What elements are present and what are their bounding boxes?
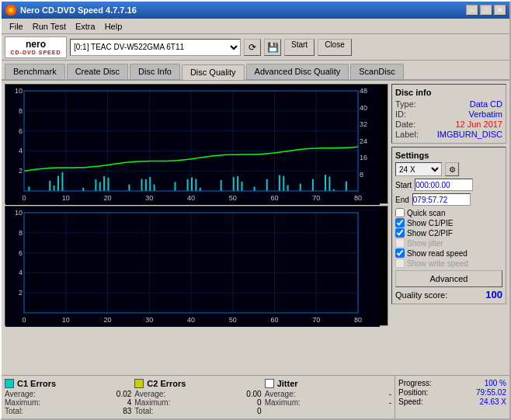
top-chart: [5, 84, 388, 204]
show-write-speed-row: Show write speed: [395, 259, 502, 268]
jitter-avg-value: -: [368, 390, 391, 398]
show-jitter-row: Show jitter: [395, 238, 502, 248]
quality-score-label: Quality score:: [395, 290, 447, 300]
c2-total-value: 0: [238, 407, 262, 415]
bottom-area: C1 Errors Average: 0.02 Maximum: 4 Total…: [2, 375, 509, 418]
c2-max-value: 0: [238, 398, 262, 407]
stats-left: C1 Errors Average: 0.02 Maximum: 4 Total…: [2, 376, 395, 418]
start-time-input[interactable]: 000:00.00: [415, 179, 473, 191]
start-button[interactable]: Start: [284, 39, 315, 56]
show-write-speed-checkbox[interactable]: [395, 259, 405, 268]
type-value: Data CD: [470, 99, 502, 109]
nero-logo: nero CD-DVD SPEED: [5, 36, 67, 58]
type-label: Type:: [395, 99, 416, 109]
id-label: ID:: [395, 109, 406, 119]
show-c2-checkbox[interactable]: [395, 228, 405, 238]
close-button[interactable]: ✕: [494, 5, 506, 16]
disc-info-title: Disc info: [395, 88, 502, 97]
c1-avg-label: Average:: [5, 390, 36, 398]
c2-max-label: Maximum:: [134, 398, 170, 407]
jitter-stats: Jitter Average: - Maximum: -: [265, 379, 391, 415]
quality-score-value: 100: [485, 289, 502, 300]
app-icon: [5, 4, 17, 16]
speed-select[interactable]: 24 X 16 X 8 X 4 X: [395, 162, 442, 176]
main-content: Disc info Type: Data CD ID: Verbatim Dat…: [2, 81, 509, 375]
jitter-title: Jitter: [277, 379, 298, 388]
jitter-max-value: -: [368, 398, 391, 407]
settings-box: Settings 24 X 16 X 8 X 4 X ⚙ Start 000:0…: [391, 147, 506, 304]
show-c1-checkbox[interactable]: [395, 218, 405, 227]
show-read-speed-checkbox[interactable]: [395, 248, 405, 258]
tab-scan-disc[interactable]: ScanDisc: [350, 64, 403, 79]
position-value: 79:55.02: [476, 388, 506, 397]
show-c2-label: Show C2/PIF: [407, 229, 453, 238]
show-jitter-checkbox[interactable]: [395, 238, 405, 248]
date-label: Date:: [395, 120, 415, 129]
progress-stats: Progress: 100 % Position: 79:55.02 Speed…: [395, 376, 509, 418]
jitter-avg-label: Average:: [265, 390, 296, 398]
c2-title: C2 Errors: [147, 379, 186, 388]
disc-label-value: IMGBURN_DISC: [437, 130, 502, 139]
menu-file[interactable]: File: [5, 20, 28, 33]
right-panel: Disc info Type: Data CD ID: Verbatim Dat…: [391, 84, 506, 372]
tab-disc-quality[interactable]: Disc Quality: [182, 64, 245, 80]
start-label: Start: [395, 181, 412, 189]
c2-total-label: Total:: [134, 407, 153, 415]
menu-run-test[interactable]: Run Test: [28, 20, 71, 33]
progress-label: Progress:: [398, 379, 432, 387]
refresh-icon[interactable]: ⟳: [244, 39, 261, 56]
quick-scan-label: Quick scan: [407, 209, 445, 217]
settings-title: Settings: [395, 151, 502, 160]
end-label: End: [395, 196, 409, 204]
quality-score-row: Quality score: 100: [395, 289, 502, 300]
show-write-speed-label: Show write speed: [407, 259, 468, 268]
quick-scan-checkbox[interactable]: [395, 208, 405, 217]
menu-help[interactable]: Help: [100, 20, 127, 33]
speed-value: 24.63 X: [480, 397, 506, 406]
save-icon[interactable]: 💾: [264, 39, 281, 56]
show-jitter-label: Show jitter: [407, 239, 443, 248]
toolbar: nero CD-DVD SPEED [0:1] TEAC DV-W522GMA …: [2, 34, 509, 61]
jitter-color-box: [265, 379, 274, 388]
minimize-button[interactable]: ─: [466, 5, 478, 16]
tab-advanced-disc-quality[interactable]: Advanced Disc Quality: [246, 64, 349, 79]
show-read-speed-row: Show read speed: [395, 248, 502, 258]
svg-point-1: [9, 8, 13, 12]
date-value: 12 Jun 2017: [455, 120, 502, 129]
tab-create-disc[interactable]: Create Disc: [67, 64, 128, 79]
menu-extra[interactable]: Extra: [71, 20, 100, 33]
tab-disc-info[interactable]: Disc Info: [130, 64, 180, 79]
tab-benchmark[interactable]: Benchmark: [5, 64, 65, 79]
c1-color-box: [5, 379, 14, 388]
speed-label: Speed:: [398, 397, 423, 406]
close-disc-button[interactable]: Close: [318, 39, 352, 56]
quick-scan-row: Quick scan: [395, 208, 502, 217]
maximize-button[interactable]: □: [480, 5, 492, 16]
c1-max-label: Maximum:: [5, 398, 40, 407]
tab-bar: Benchmark Create Disc Disc Info Disc Qua…: [2, 61, 509, 81]
title-bar: Nero CD-DVD Speed 4.7.7.16 ─ □ ✕: [2, 2, 509, 19]
window-title: Nero CD-DVD Speed 4.7.7.16: [20, 5, 137, 15]
c2-stats: C2 Errors Average: 0.00 Maximum: 0 Total…: [134, 379, 261, 415]
c1-total-value: 83: [108, 407, 131, 415]
end-time-input[interactable]: 079:57.72: [412, 193, 471, 206]
disc-label-label: Label:: [395, 130, 419, 139]
position-label: Position:: [398, 388, 428, 397]
c1-max-value: 4: [108, 398, 131, 407]
main-window: Nero CD-DVD Speed 4.7.7.16 ─ □ ✕ File Ru…: [0, 0, 511, 420]
settings-gear-icon[interactable]: ⚙: [445, 162, 459, 176]
content-wrapper: Disc info Type: Data CD ID: Verbatim Dat…: [2, 81, 509, 418]
chart-area: [5, 84, 388, 372]
show-read-speed-label: Show read speed: [407, 249, 468, 258]
c2-avg-value: 0.00: [238, 390, 262, 398]
advanced-button[interactable]: Advanced: [395, 270, 502, 287]
bottom-chart: [5, 206, 388, 326]
c2-color-box: [134, 379, 144, 388]
show-c1-label: Show C1/PIE: [407, 219, 453, 227]
c2-avg-label: Average:: [134, 390, 165, 398]
c1-title: C1 Errors: [17, 379, 56, 388]
jitter-max-label: Maximum:: [265, 398, 301, 407]
show-c2-row: Show C2/PIF: [395, 228, 502, 238]
id-value: Verbatim: [469, 109, 502, 119]
drive-select[interactable]: [0:1] TEAC DV-W522GMA 6T11: [70, 39, 241, 56]
